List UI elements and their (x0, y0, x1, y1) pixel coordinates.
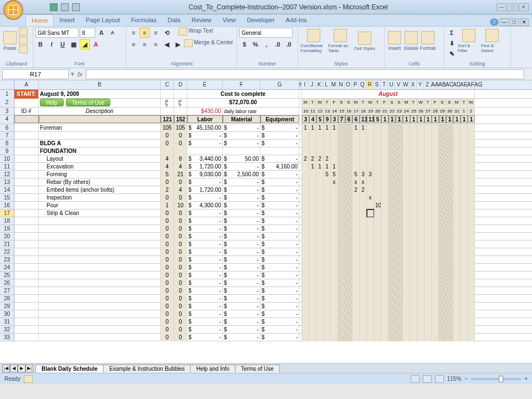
material-cell[interactable]: $- (223, 318, 260, 326)
schedule-cell[interactable]: 1 (352, 124, 360, 132)
schedule-cell[interactable] (374, 295, 381, 303)
equipment-cell[interactable]: $- (260, 334, 299, 341)
material-cell[interactable]: $- (223, 178, 260, 186)
schedule-cell[interactable] (309, 209, 316, 217)
schedule-cell[interactable] (338, 194, 345, 202)
schedule-cell[interactable] (352, 318, 360, 326)
schedule-cell[interactable] (381, 209, 388, 217)
schedule-cell[interactable] (388, 233, 396, 241)
schedule-cell[interactable] (352, 303, 360, 310)
schedule-cell[interactable] (316, 248, 324, 256)
schedule-cell[interactable] (381, 303, 388, 310)
schedule-cell[interactable] (424, 272, 432, 279)
schedule-cell[interactable] (324, 140, 331, 147)
schedule-cell[interactable] (331, 194, 338, 202)
mandays-cell[interactable]: 0 (174, 178, 187, 186)
ribbon-tab-insert[interactable]: Insert (54, 14, 80, 26)
schedule-cell[interactable] (324, 295, 331, 303)
schedule-cell[interactable] (360, 209, 367, 217)
schedule-cell[interactable] (309, 217, 316, 225)
schedule-cell[interactable] (338, 140, 345, 147)
align-middle-icon[interactable]: ≡ (140, 28, 150, 38)
schedule-cell[interactable] (461, 248, 468, 256)
schedule-cell[interactable] (410, 171, 417, 178)
schedule-cell[interactable] (453, 171, 461, 178)
labor-cell[interactable]: $- (187, 132, 223, 140)
schedule-cell[interactable] (324, 178, 331, 186)
schedule-cell[interactable] (352, 217, 360, 225)
schedule-cell[interactable] (453, 256, 461, 264)
schedule-cell[interactable] (324, 233, 331, 241)
schedule-cell[interactable] (432, 163, 439, 171)
activity-days-cell[interactable]: 0 (161, 279, 174, 287)
schedule-cell[interactable] (374, 279, 381, 287)
schedule-cell[interactable] (403, 248, 410, 256)
schedule-cell[interactable] (468, 279, 475, 287)
align-center-icon[interactable]: ≡ (140, 39, 150, 49)
schedule-cell[interactable] (345, 147, 352, 155)
schedule-cell[interactable] (439, 279, 446, 287)
ribbon-tab-view[interactable]: View (217, 14, 242, 26)
schedule-cell[interactable] (302, 272, 309, 279)
schedule-cell[interactable] (417, 147, 424, 155)
schedule-cell[interactable] (360, 225, 367, 233)
id-cell[interactable] (14, 225, 39, 233)
activity-days-cell[interactable]: 0 (161, 132, 174, 140)
schedule-cell[interactable] (424, 241, 432, 248)
schedule-cell[interactable] (309, 171, 316, 178)
schedule-cell[interactable] (424, 256, 432, 264)
schedule-cell[interactable] (309, 310, 316, 318)
schedule-cell[interactable] (453, 163, 461, 171)
schedule-cell[interactable] (424, 310, 432, 318)
schedule-cell[interactable] (468, 217, 475, 225)
schedule-cell[interactable] (439, 178, 446, 186)
schedule-cell[interactable] (432, 318, 439, 326)
schedule-cell[interactable] (309, 334, 316, 341)
activity-days-cell[interactable]: 0 (161, 295, 174, 303)
description-cell[interactable]: Rebar (By others) (39, 178, 161, 186)
schedule-cell[interactable] (331, 132, 338, 140)
row-header-30[interactable]: 30 (0, 310, 14, 318)
schedule-cell[interactable] (360, 132, 367, 140)
schedule-cell[interactable] (316, 217, 324, 225)
labor-cell[interactable]: $1,720.00 (187, 163, 223, 171)
schedule-cell[interactable] (461, 171, 468, 178)
schedule-cell[interactable] (388, 310, 396, 318)
equipment-cell[interactable]: $- (260, 256, 299, 264)
id-cell[interactable] (14, 334, 39, 341)
schedule-cell[interactable] (324, 264, 331, 272)
increase-indent-icon[interactable]: ▶ (173, 39, 183, 49)
schedule-cell[interactable] (352, 147, 360, 155)
schedule-cell[interactable] (446, 295, 453, 303)
equipment-cell[interactable]: $- (260, 178, 299, 186)
activity-days-cell[interactable]: 0 (161, 326, 174, 334)
schedule-cell[interactable] (446, 272, 453, 279)
schedule-cell[interactable] (345, 194, 352, 202)
schedule-cell[interactable] (367, 287, 374, 295)
schedule-cell[interactable] (345, 132, 352, 140)
schedule-cell[interactable] (410, 233, 417, 241)
schedule-cell[interactable] (439, 194, 446, 202)
schedule-cell[interactable] (403, 264, 410, 272)
schedule-cell[interactable] (302, 264, 309, 272)
schedule-cell[interactable] (461, 295, 468, 303)
schedule-cell[interactable] (417, 264, 424, 272)
schedule-cell[interactable] (453, 248, 461, 256)
material-cell[interactable]: $- (223, 303, 260, 310)
row-header-32[interactable]: 32 (0, 326, 14, 333)
schedule-cell[interactable] (417, 163, 424, 171)
schedule-cell[interactable] (352, 241, 360, 248)
schedule-cell[interactable] (417, 303, 424, 310)
description-cell[interactable] (39, 279, 161, 287)
schedule-cell[interactable] (439, 264, 446, 272)
schedule-cell[interactable] (417, 256, 424, 264)
schedule-cell[interactable] (410, 295, 417, 303)
activity-days-cell[interactable]: 0 (161, 241, 174, 248)
schedule-cell[interactable] (453, 264, 461, 272)
schedule-cell[interactable] (352, 163, 360, 171)
activity-days-cell[interactable]: 0 (161, 310, 174, 318)
schedule-cell[interactable] (446, 217, 453, 225)
mandays-cell[interactable]: 0 (174, 334, 187, 341)
schedule-cell[interactable] (302, 279, 309, 287)
schedule-cell[interactable] (453, 287, 461, 295)
